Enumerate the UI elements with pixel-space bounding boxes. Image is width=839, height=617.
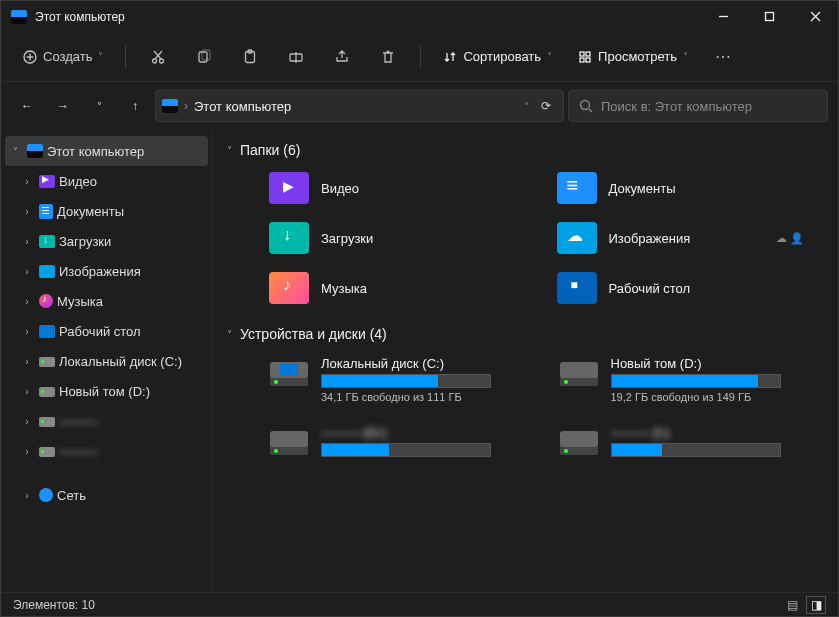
sidebar-item-7[interactable]: ›Локальный диск (C:) — [1, 346, 212, 376]
folder-icon — [269, 222, 309, 254]
folder-item-4[interactable]: Музыка — [265, 268, 537, 308]
chevron-icon: › — [19, 356, 35, 367]
sidebar-item-label: Изображения — [59, 264, 141, 279]
drives-group-header[interactable]: ˅ Устройства и диски (4) — [227, 326, 824, 342]
drive-usage-bar — [611, 374, 781, 388]
close-button[interactable] — [792, 1, 838, 32]
drive-item-0[interactable]: Локальный диск (C:)34,1 ГБ свободно из 1… — [265, 352, 535, 407]
copy-icon[interactable] — [184, 39, 224, 75]
more-icon[interactable]: ⋯ — [704, 39, 744, 75]
svg-point-7 — [153, 59, 157, 63]
folder-item-2[interactable]: Загрузки — [265, 218, 537, 258]
chevron-down-icon: ˅ — [227, 329, 232, 340]
svg-point-21 — [581, 101, 590, 110]
drive-item-1[interactable]: Новый том (D:)19,2 ГБ свободно из 149 ГБ — [555, 352, 825, 407]
chevron-icon: › — [19, 416, 35, 427]
recent-button[interactable]: ˅ — [83, 90, 115, 122]
drive-icon — [559, 356, 599, 392]
chevron-icon: › — [19, 206, 35, 217]
svg-line-22 — [589, 109, 592, 112]
drive-usage-bar — [611, 443, 781, 457]
drive-icon — [269, 425, 309, 461]
view-button[interactable]: Просмотреть ˅ — [568, 44, 698, 69]
address-bar[interactable]: › Этот компьютер ˅ ⟳ — [155, 90, 564, 122]
chevron-down-icon[interactable]: ˅ — [524, 101, 529, 112]
view-label: Просмотреть — [598, 49, 677, 64]
sidebar-item-label: Загрузки — [59, 234, 111, 249]
folders-group-header[interactable]: ˅ Папки (6) — [227, 142, 824, 158]
sidebar-item-4[interactable]: ›Изображения — [1, 256, 212, 286]
svg-line-9 — [155, 51, 162, 59]
sidebar-item-label: ——— — [59, 414, 98, 429]
sidebar-item-11[interactable]: ›Сеть — [1, 480, 212, 510]
sort-button[interactable]: Сортировать ˅ — [433, 44, 562, 69]
delete-icon[interactable] — [368, 39, 408, 75]
pc-icon — [27, 144, 43, 158]
drive-icon — [39, 387, 55, 397]
share-icon[interactable] — [322, 39, 362, 75]
details-view-button[interactable]: ▤ — [782, 596, 802, 614]
drive-icon — [39, 417, 55, 427]
up-button[interactable]: ↑ — [119, 90, 151, 122]
drive-usage-bar — [321, 374, 491, 388]
drive-free-text: 19,2 ГБ свободно из 149 ГБ — [611, 391, 821, 403]
sidebar-item-2[interactable]: ›Документы — [1, 196, 212, 226]
sidebar-item-10[interactable]: ›——— — [1, 436, 212, 466]
sidebar-item-8[interactable]: ›Новый том (D:) — [1, 376, 212, 406]
maximize-button[interactable] — [746, 1, 792, 32]
drive-item-3[interactable]: ——— (I:) — [555, 421, 825, 465]
folder-item-5[interactable]: Рабочий стол — [553, 268, 825, 308]
minimize-button[interactable] — [700, 1, 746, 32]
folder-label: Изображения — [609, 231, 691, 246]
new-label: Создать — [43, 49, 92, 64]
tiles-view-button[interactable]: ◨ — [806, 596, 826, 614]
svg-line-10 — [154, 51, 161, 59]
blue-icon — [39, 325, 55, 338]
content-area: ˅ Папки (6) ВидеоДокументыЗагрузкиИзобра… — [213, 130, 838, 592]
sidebar: ˅Этот компьютер›Видео›Документы›Загрузки… — [1, 130, 213, 592]
rename-icon[interactable] — [276, 39, 316, 75]
drive-free-text: 34,1 ГБ свободно из 111 ГБ — [321, 391, 531, 403]
music-icon — [39, 294, 53, 308]
folder-label: Музыка — [321, 281, 367, 296]
folder-item-3[interactable]: Изображения☁ 👤 — [553, 218, 825, 258]
sidebar-item-3[interactable]: ›Загрузки — [1, 226, 212, 256]
folder-icon — [269, 172, 309, 204]
forward-button[interactable]: → — [47, 90, 79, 122]
refresh-icon[interactable]: ⟳ — [541, 99, 551, 113]
sidebar-item-0[interactable]: ˅Этот компьютер — [5, 136, 208, 166]
search-placeholder: Поиск в: Этот компьютер — [601, 99, 752, 114]
new-button[interactable]: Создать ˅ — [13, 44, 113, 69]
svg-rect-20 — [586, 58, 590, 62]
folders-group-title: Папки (6) — [240, 142, 300, 158]
search-input[interactable]: Поиск в: Этот компьютер — [568, 90, 828, 122]
drives-group-title: Устройства и диски (4) — [240, 326, 387, 342]
sidebar-item-label: ——— — [59, 444, 98, 459]
folder-icon — [269, 272, 309, 304]
back-button[interactable]: ← — [11, 90, 43, 122]
folder-label: Документы — [609, 181, 676, 196]
folder-item-1[interactable]: Документы — [553, 168, 825, 208]
chevron-icon: › — [19, 236, 35, 247]
cut-icon[interactable] — [138, 39, 178, 75]
folder-icon — [557, 272, 597, 304]
pc-icon — [162, 99, 178, 113]
sidebar-item-1[interactable]: ›Видео — [1, 166, 212, 196]
sidebar-item-label: Видео — [59, 174, 97, 189]
sidebar-item-label: Новый том (D:) — [59, 384, 150, 399]
folder-item-0[interactable]: Видео — [265, 168, 537, 208]
sidebar-item-6[interactable]: ›Рабочий стол — [1, 316, 212, 346]
svg-rect-19 — [580, 58, 584, 62]
titlebar: Этот компьютер — [1, 1, 838, 32]
teal-icon — [39, 235, 55, 248]
sidebar-item-5[interactable]: ›Музыка — [1, 286, 212, 316]
svg-rect-18 — [586, 52, 590, 56]
breadcrumb[interactable]: Этот компьютер — [194, 99, 291, 114]
toolbar: Создать ˅ Сортировать ˅ Просмотреть ˅ ⋯ — [1, 32, 838, 82]
drive-item-2[interactable]: ——— (G:) — [265, 421, 535, 465]
svg-rect-17 — [580, 52, 584, 56]
app-icon — [11, 10, 27, 24]
sidebar-item-9[interactable]: ›——— — [1, 406, 212, 436]
paste-icon[interactable] — [230, 39, 270, 75]
drive-name: ——— (I:) — [611, 425, 821, 440]
